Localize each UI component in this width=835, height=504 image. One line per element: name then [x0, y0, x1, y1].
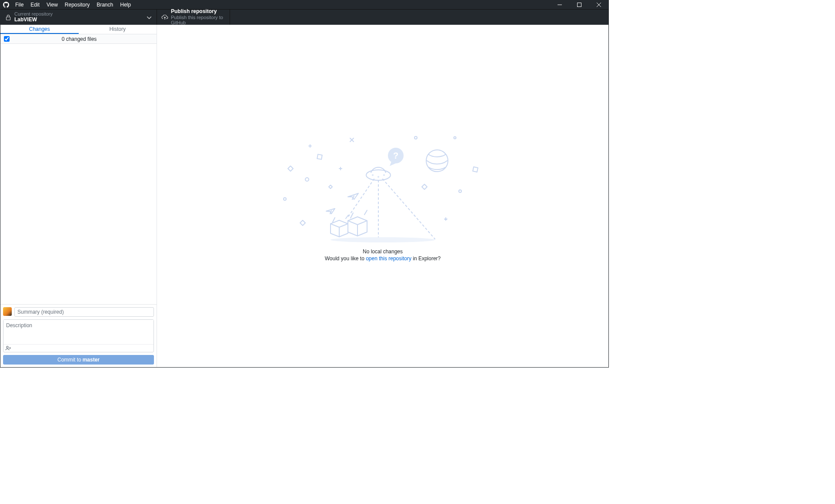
sidebar-tabs: Changes History — [0, 25, 157, 34]
svg-rect-11 — [473, 167, 478, 172]
svg-point-18 — [372, 174, 374, 176]
commit-button-branch: master — [83, 357, 100, 363]
current-repository-dropdown[interactable]: Current repository LabVIEW — [0, 10, 157, 25]
open-repository-link[interactable]: open this repository — [366, 255, 411, 262]
commit-button[interactable]: Commit to master — [3, 355, 154, 365]
changes-list — [0, 44, 157, 304]
svg-point-20 — [383, 174, 385, 176]
changed-files-count: 0 changed files — [2, 36, 157, 42]
tab-changes[interactable]: Changes — [0, 25, 79, 34]
empty-state-subtitle: Would you like to open this repository i… — [325, 255, 441, 262]
svg-line-22 — [383, 179, 435, 239]
maximize-icon — [577, 3, 581, 7]
changes-header: 0 changed files — [0, 34, 157, 44]
menu-file[interactable]: File — [12, 0, 27, 9]
svg-point-8 — [284, 198, 286, 200]
github-logo-icon — [0, 2, 12, 8]
minimize-icon — [558, 3, 562, 7]
commit-form: Commit to master — [0, 304, 157, 367]
svg-rect-6 — [317, 154, 322, 159]
svg-rect-4 — [7, 17, 10, 20]
menu-help[interactable]: Help — [117, 0, 134, 9]
main-pane: .l{fill:none;stroke:#c9d7f0;stroke-width… — [157, 25, 608, 367]
publish-repository-title: Publish repository — [171, 9, 225, 15]
publish-repository-button[interactable]: Publish repository Publish this reposito… — [157, 10, 230, 25]
menu-repository[interactable]: Repository — [61, 0, 93, 9]
commit-description-input[interactable] — [3, 320, 154, 344]
publish-repository-subtitle: Publish this repository to GitHub — [171, 15, 225, 26]
svg-point-17 — [366, 170, 391, 180]
toolbar: Current repository LabVIEW Publish repos… — [0, 9, 608, 25]
empty-state-sub-suffix: in Explorer? — [411, 255, 441, 262]
menu-edit[interactable]: Edit — [27, 0, 43, 9]
menu-branch[interactable]: Branch — [93, 0, 117, 9]
app-window: File Edit View Repository Branch Help Cu… — [0, 0, 609, 368]
sidebar: Changes History 0 changed files — [0, 25, 157, 367]
svg-line-23 — [348, 179, 374, 217]
chevron-down-icon — [147, 14, 151, 20]
svg-point-24 — [331, 237, 435, 242]
svg-point-5 — [7, 346, 8, 348]
svg-rect-1 — [577, 3, 581, 7]
cloud-upload-icon — [161, 15, 168, 20]
window-minimize-button[interactable] — [550, 0, 569, 9]
menu-view[interactable]: View — [43, 0, 61, 9]
svg-point-19 — [377, 176, 379, 178]
svg-point-9 — [414, 136, 417, 139]
svg-point-12 — [459, 190, 461, 192]
window-close-button[interactable] — [589, 0, 608, 9]
body: Changes History 0 changed files — [0, 25, 608, 367]
svg-point-7 — [305, 178, 309, 181]
lock-icon — [5, 14, 12, 20]
svg-point-10 — [454, 137, 456, 139]
tab-history[interactable]: History — [79, 25, 157, 34]
empty-state-title: No local changes — [363, 249, 403, 255]
avatar — [3, 307, 12, 316]
close-icon — [597, 3, 601, 7]
add-coauthor-icon[interactable] — [5, 345, 11, 351]
empty-state-sub-prefix: Would you like to — [325, 255, 366, 262]
commit-summary-input[interactable] — [14, 307, 154, 317]
window-maximize-button[interactable] — [569, 0, 589, 9]
current-repository-name: LabVIEW — [14, 17, 53, 23]
empty-state-illustration: .l{fill:none;stroke:#c9d7f0;stroke-width… — [283, 130, 483, 243]
svg-text:?: ? — [393, 151, 398, 160]
commit-button-prefix: Commit to — [57, 357, 81, 363]
menu-bar: File Edit View Repository Branch Help — [0, 0, 608, 9]
svg-point-14 — [426, 150, 448, 172]
